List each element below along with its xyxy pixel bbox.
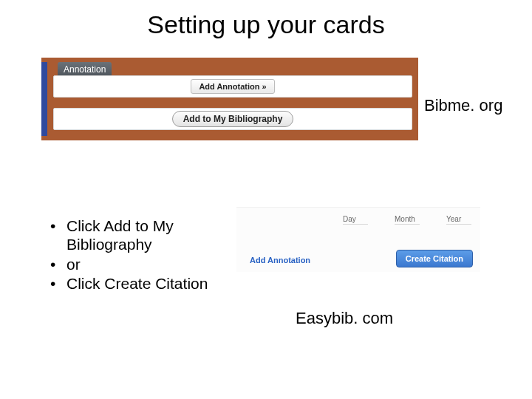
slide-title: Setting up your cards	[0, 10, 532, 39]
add-bibliography-band: Add to My Bibliography	[53, 108, 412, 130]
annotation-tab[interactable]: Annotation	[58, 62, 112, 77]
easybib-screenshot: Day Month Year Add Annotation Create Cit…	[236, 207, 480, 272]
blue-edge	[41, 62, 47, 136]
bibme-screenshot: Annotation Add Annotation » Add to My Bi…	[41, 58, 418, 140]
bibme-site-label: Bibme. org	[424, 96, 502, 115]
easybib-site-label: Easybib. com	[296, 309, 393, 328]
date-fields-row: Day Month Year	[343, 215, 471, 225]
bullet-item: Click Create Citation	[50, 275, 213, 293]
bullet-item: or	[50, 256, 213, 274]
year-field-label: Year	[446, 215, 471, 225]
add-annotation-band: Add Annotation »	[53, 75, 412, 98]
create-citation-button[interactable]: Create Citation	[396, 250, 473, 267]
add-annotation-link[interactable]: Add Annotation	[250, 256, 310, 265]
add-annotation-button[interactable]: Add Annotation »	[191, 79, 274, 94]
month-field-label: Month	[395, 215, 420, 225]
instruction-bullets: Click Add to My Bibliography or Click Cr…	[50, 217, 213, 295]
bullet-item: Click Add to My Bibliography	[50, 217, 213, 254]
day-field-label: Day	[343, 215, 368, 225]
add-to-my-bibliography-button[interactable]: Add to My Bibliography	[172, 111, 294, 127]
